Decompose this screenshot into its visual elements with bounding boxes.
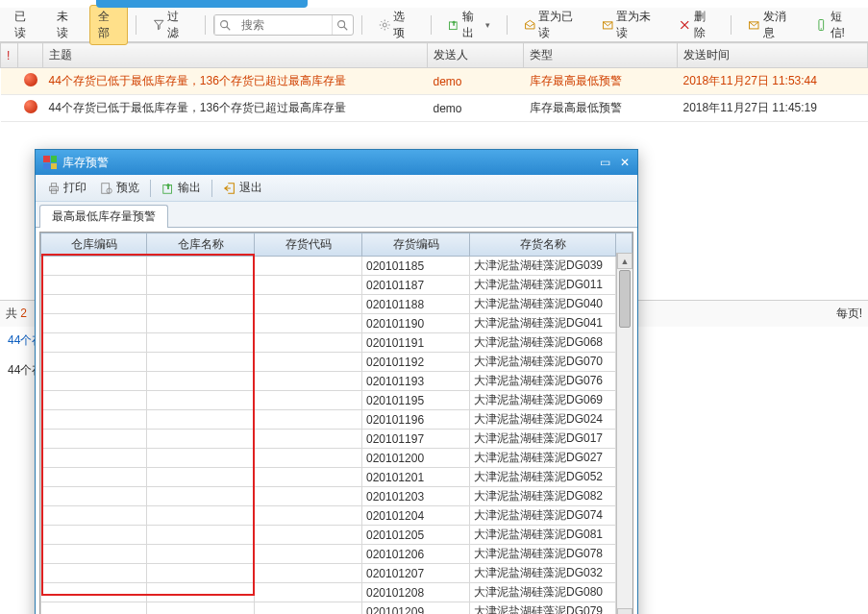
wh-code-cell (41, 449, 147, 468)
col-inv-code[interactable]: 存货编码 (362, 233, 470, 257)
grid-row[interactable]: 020101197大津泥盐湖硅藻泥DG017 (41, 430, 632, 449)
print-button[interactable]: 打印 (41, 178, 92, 198)
inv-name-cell: 大津泥盐湖硅藻泥DG074 (470, 506, 616, 526)
type-header[interactable]: 类型 (524, 43, 678, 68)
grid-row[interactable]: 020101185大津泥盐湖硅藻泥DG039 (41, 257, 632, 276)
col-inv-dcode[interactable]: 存货代码 (255, 233, 362, 257)
filter-button[interactable]: 过滤 (144, 5, 197, 45)
scroll-down-button[interactable]: ▼ (617, 608, 632, 614)
flag-cell (1, 68, 18, 95)
svg-line-3 (344, 26, 348, 30)
export-icon (161, 182, 175, 195)
grid-row[interactable]: 020101205大津泥盐湖硅藻泥DG081 (41, 526, 632, 545)
exit-icon (223, 182, 236, 195)
inv-dcode-cell (255, 295, 362, 314)
mark-read-button[interactable]: 置为已读 (515, 5, 589, 45)
grid-row[interactable]: 020101191大津泥盐湖硅藻泥DG068 (41, 333, 632, 353)
main-toolbar: 已读 未读 全部 过滤 选项 输出 ▾ 置为已读 置为未读 删除 (0, 8, 868, 42)
options-label: 选项 (393, 9, 413, 41)
preview-button[interactable]: 预览 (94, 178, 145, 198)
alert-icon (24, 100, 37, 113)
col-inv-name[interactable]: 存货名称 (470, 233, 616, 257)
svg-point-2 (338, 20, 345, 27)
subject-cell: 44个存货已低于最低库存量，136个存货已超过最高库存量 (43, 68, 428, 95)
mark-unread-label: 置为未读 (616, 9, 657, 41)
icon-col-header[interactable] (18, 43, 43, 68)
grid-row[interactable]: 020101190大津泥盐湖硅藻泥DG041 (41, 314, 632, 333)
grid-row[interactable]: 020101207大津泥盐湖硅藻泥DG032 (41, 564, 632, 583)
flag-col-header[interactable]: ! (1, 43, 18, 68)
inv-dcode-cell (255, 353, 362, 372)
scroll-thumb[interactable] (619, 270, 631, 328)
wh-code-cell (41, 583, 147, 602)
minimize-button[interactable]: ▭ (600, 156, 610, 169)
inv-code-cell: 020101208 (362, 583, 470, 602)
mark-unread-button[interactable]: 置为未读 (593, 5, 667, 45)
grid-row[interactable]: 020101201大津泥盐湖硅藻泥DG052 (41, 468, 632, 487)
inner-grid-wrap: 仓库编码 仓库名称 存货代码 存货编码 存货名称 020101185大津泥盐湖硅… (39, 232, 633, 614)
wh-name-cell (147, 372, 255, 391)
time-header[interactable]: 发送时间 (678, 43, 868, 68)
search-prefix-icon (214, 15, 236, 35)
grid-row[interactable]: 020101187大津泥盐湖硅藻泥DG011 (41, 276, 632, 295)
wh-code-cell (41, 372, 147, 391)
inv-dcode-cell (255, 391, 362, 410)
total-prefix: 共 (6, 307, 17, 320)
wh-name-cell (147, 430, 255, 449)
vertical-scrollbar[interactable]: ▲ ▼ (616, 253, 632, 614)
envelope-icon (748, 18, 760, 32)
inv-code-cell: 020101185 (362, 257, 470, 276)
grid-row[interactable]: 020101209大津泥盐湖硅藻泥DG079 (41, 602, 632, 615)
delete-button[interactable]: 删除 (670, 5, 723, 45)
message-row[interactable]: 44个存货已低于最低库存量，136个存货已超过最高库存量demo库存最高最低预警… (1, 95, 868, 122)
close-button[interactable]: ✕ (620, 156, 630, 169)
wh-code-cell (41, 333, 147, 353)
col-wh-name[interactable]: 仓库名称 (147, 233, 255, 257)
subject-header[interactable]: 主题 (43, 43, 428, 68)
options-button[interactable]: 选项 (370, 5, 423, 45)
grid-row[interactable]: 020101193大津泥盐湖硅藻泥DG076 (41, 372, 632, 391)
dialog-output-button[interactable]: 输出 (156, 178, 207, 198)
read-filter-button[interactable]: 已读 (6, 5, 44, 45)
search-input[interactable] (236, 16, 332, 34)
unread-filter-button[interactable]: 未读 (48, 5, 87, 45)
status-cell (18, 68, 43, 95)
send-message-button[interactable]: 发消息 (739, 5, 803, 45)
col-wh-code[interactable]: 仓库编码 (41, 233, 147, 257)
inv-name-cell: 大津泥盐湖硅藻泥DG027 (470, 449, 616, 468)
delete-icon (679, 18, 691, 32)
dialog-titlebar[interactable]: 库存预警 ▭ ✕ (36, 150, 637, 175)
alert-icon (24, 73, 37, 86)
grid-row[interactable]: 020101195大津泥盐湖硅藻泥DG069 (41, 391, 632, 410)
wh-name-cell (147, 391, 255, 410)
sender-header[interactable]: 发送人 (428, 43, 524, 68)
dialog-tabs: 最高最低库存量预警 (36, 202, 637, 228)
preview-label: 预览 (116, 180, 139, 196)
grid-row[interactable]: 020101203大津泥盐湖硅藻泥DG082 (41, 487, 632, 506)
grid-row[interactable]: 020101208大津泥盐湖硅藻泥DG080 (41, 583, 632, 602)
message-row[interactable]: 44个存货已低于最低库存量，136个存货已超过最高库存量demo库存最高最低预警… (1, 68, 868, 95)
scroll-up-button[interactable]: ▲ (617, 253, 632, 269)
grid-row[interactable]: 020101188大津泥盐湖硅藻泥DG040 (41, 295, 632, 314)
grid-row[interactable]: 020101204大津泥盐湖硅藻泥DG074 (41, 506, 632, 526)
inv-dcode-cell (255, 545, 362, 564)
inv-code-cell: 020101193 (362, 372, 470, 391)
grid-row[interactable]: 020101200大津泥盐湖硅藻泥DG027 (41, 449, 632, 468)
type-cell: 库存最高最低预警 (524, 68, 678, 95)
wh-code-cell (41, 353, 147, 372)
inv-name-cell: 大津泥盐湖硅藻泥DG076 (470, 372, 616, 391)
all-filter-button[interactable]: 全部 (89, 5, 128, 45)
wh-name-cell (147, 526, 255, 545)
grid-row[interactable]: 020101206大津泥盐湖硅藻泥DG078 (41, 545, 632, 564)
inv-code-cell: 020101207 (362, 564, 470, 583)
grid-row[interactable]: 020101196大津泥盐湖硅藻泥DG024 (41, 410, 632, 430)
delete-label: 删除 (694, 9, 714, 41)
exit-button[interactable]: 退出 (217, 178, 268, 198)
inv-code-cell: 020101196 (362, 410, 470, 430)
search-go-button[interactable] (332, 15, 353, 35)
grid-row[interactable]: 020101192大津泥盐湖硅藻泥DG070 (41, 353, 632, 372)
output-button[interactable]: 输出 ▾ (439, 5, 499, 45)
tab-alert[interactable]: 最高最低库存量预警 (39, 205, 168, 228)
sms-button[interactable]: 短信! (806, 5, 862, 45)
inv-name-cell: 大津泥盐湖硅藻泥DG040 (470, 295, 616, 314)
